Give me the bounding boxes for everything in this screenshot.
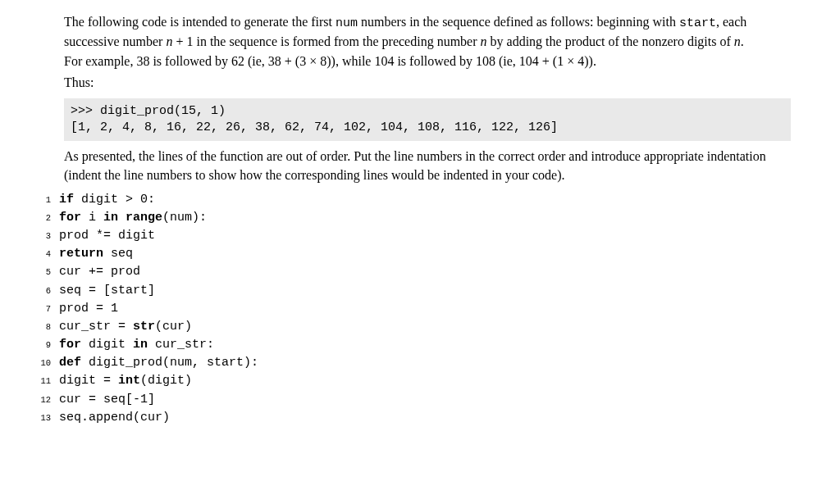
line-number: 9 <box>38 339 59 352</box>
line-number: 13 <box>38 412 59 425</box>
para-2: For example, 38 is followed by 62 (ie, 3… <box>64 52 786 70</box>
para-3: Thus: <box>64 74 786 92</box>
code-content: return seq <box>59 245 133 263</box>
code-content: seq.append(cur) <box>59 409 170 427</box>
code-content: cur = seq[-1] <box>59 391 155 409</box>
code-content: digit = int(digit) <box>59 372 192 390</box>
code-content: cur += prod <box>59 263 140 281</box>
code-content: for digit in cur_str: <box>59 336 214 354</box>
line-number: 11 <box>38 375 59 388</box>
console-example: >>> digit_prod(15, 1) [1, 2, 4, 8, 16, 2… <box>64 98 791 142</box>
console-input: >>> digit_prod(15, 1) <box>71 104 226 118</box>
code-content: cur_str = str(cur) <box>59 318 192 336</box>
code-content: prod *= digit <box>59 227 155 245</box>
code-line: 2for i in range(num): <box>38 209 791 227</box>
code-line: 5cur += prod <box>38 263 791 281</box>
code-line: 9for digit in cur_str: <box>38 336 791 354</box>
instructions: As presented, the lines of the function … <box>64 148 786 184</box>
problem-statement: The following code is intended to genera… <box>64 13 786 92</box>
code-line: 7prod = 1 <box>38 300 791 318</box>
code-line: 8cur_str = str(cur) <box>38 318 791 336</box>
code-line: 11digit = int(digit) <box>38 372 791 390</box>
line-number: 12 <box>38 394 59 407</box>
code-line: 13seq.append(cur) <box>38 409 791 427</box>
code-line: 10def digit_prod(num, start): <box>38 354 791 372</box>
code-content: for i in range(num): <box>59 209 207 227</box>
code-line: 1if digit > 0: <box>38 191 791 209</box>
code-content: def digit_prod(num, start): <box>59 354 258 372</box>
line-number: 6 <box>38 285 59 298</box>
code-line: 3prod *= digit <box>38 227 791 245</box>
line-number: 1 <box>38 194 59 207</box>
code-content: seq = [start] <box>59 282 155 300</box>
code-content: if digit > 0: <box>59 191 155 209</box>
code-content: prod = 1 <box>59 300 118 318</box>
line-number: 8 <box>38 321 59 334</box>
line-number: 4 <box>38 248 59 261</box>
code-line: 12cur = seq[-1] <box>38 391 791 409</box>
code-listing: 1if digit > 0:2for i in range(num):3prod… <box>38 191 791 427</box>
console-output: [1, 2, 4, 8, 16, 22, 26, 38, 62, 74, 102… <box>71 120 558 134</box>
line-number: 2 <box>38 212 59 225</box>
line-number: 7 <box>38 303 59 316</box>
instructions-para: As presented, the lines of the function … <box>64 148 786 184</box>
line-number: 3 <box>38 230 59 243</box>
line-number: 5 <box>38 266 59 279</box>
code-line: 6seq = [start] <box>38 282 791 300</box>
code-line: 4return seq <box>38 245 791 263</box>
para-1: The following code is intended to genera… <box>64 13 786 51</box>
line-number: 10 <box>38 357 59 370</box>
